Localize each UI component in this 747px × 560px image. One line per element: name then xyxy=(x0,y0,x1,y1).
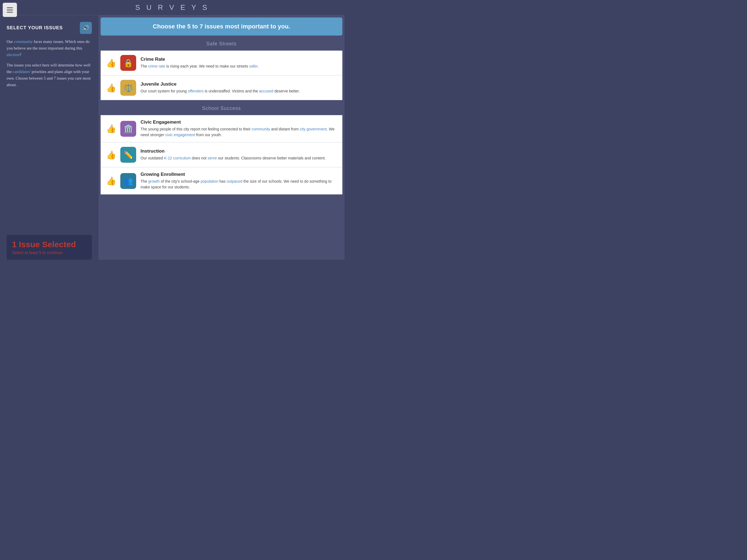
right-panel: Choose the 5 to 7 issues most important … xyxy=(98,15,344,260)
selection-status: 1 Issue Selected Select at least 5 to co… xyxy=(6,235,92,260)
crime-rate-icon: 🔒 xyxy=(124,58,133,68)
sidebar-desc-p1: Our community faces many issues. Which o… xyxy=(6,38,92,58)
issue-image-growing-enrollment: 👥 xyxy=(120,173,136,189)
issue-desc-crime-rate: The crime rate is rising each year. We n… xyxy=(140,63,337,69)
issues-selected-count: 1 Issue Selected xyxy=(12,240,86,249)
thumb-icon-civic-engagement: 👍 xyxy=(106,124,116,133)
thumb-icon-growing-enrollment: 👍 xyxy=(106,176,116,186)
issue-text-civic-engagement: Civic Engagement The young people of thi… xyxy=(140,120,337,138)
community-link[interactable]: community xyxy=(14,40,32,44)
issue-item-instruction[interactable]: 👍 ✏️ Instruction Our outdated K-12 curri… xyxy=(101,143,342,167)
civic-engagement-icon: 🏛️ xyxy=(124,124,133,133)
issue-text-growing-enrollment: Growing Enrollment The growth of the cit… xyxy=(140,172,337,190)
population-link[interactable]: population xyxy=(201,179,218,183)
issue-text-instruction: Instruction Our outdated K-12 curriculum… xyxy=(140,149,337,161)
app-header: S U R V E Y S xyxy=(0,0,344,15)
serve-link[interactable]: serve xyxy=(208,156,217,160)
issues-selected-hint: Select at least 5 to continue xyxy=(12,250,86,255)
issue-title-instruction: Instruction xyxy=(140,149,337,154)
issue-desc-growing-enrollment: The growth of the city's school-age popu… xyxy=(140,179,337,190)
issue-desc-instruction: Our outdated K-12 curriculum does not se… xyxy=(140,155,337,161)
category-school-success: School Success 👍 🏛️ Civic Engagement The… xyxy=(101,102,342,195)
choose-banner: Choose the 5 to 7 issues most important … xyxy=(101,18,342,35)
thumb-icon-juvenile-justice: 👍 xyxy=(106,83,116,93)
category-header-school-success: School Success xyxy=(101,102,342,115)
thumb-icon-instruction: 👍 xyxy=(106,150,116,160)
menu-button[interactable] xyxy=(3,3,17,17)
sidebar: SELECT YOUR ISSUES 🔊 Our community faces… xyxy=(0,15,98,260)
community-link2[interactable]: community xyxy=(252,127,270,131)
sidebar-header: SELECT YOUR ISSUES 🔊 xyxy=(6,22,92,34)
audio-icon: 🔊 xyxy=(83,25,89,31)
issue-image-civic-engagement: 🏛️ xyxy=(120,121,136,137)
category-safe-streets: Safe Streets 👍 🔒 Crime Rate The crime ra… xyxy=(101,37,342,100)
issue-title-growing-enrollment: Growing Enrollment xyxy=(140,172,337,177)
issue-image-crime-rate: 🔒 xyxy=(120,55,136,71)
sidebar-title: SELECT YOUR ISSUES xyxy=(6,25,63,31)
issue-desc-civic-engagement: The young people of this city report not… xyxy=(140,126,337,138)
issue-text-juvenile-justice: Juvenile Justice Our court system for yo… xyxy=(140,81,337,94)
issue-item-growing-enrollment[interactable]: 👍 👥 Growing Enrollment The growth of the… xyxy=(101,167,342,195)
thumb-icon-crime-rate: 👍 xyxy=(106,58,116,68)
app-title: S U R V E Y S xyxy=(135,3,209,12)
issue-item-juvenile-justice[interactable]: 👍 ⚖️ Juvenile Justice Our court system f… xyxy=(101,75,342,100)
issue-desc-juvenile-justice: Our court system for young offenders is … xyxy=(140,88,337,94)
growth-link[interactable]: growth xyxy=(148,179,160,183)
civic-engagement-link[interactable]: civic engagement xyxy=(165,133,195,137)
audio-button[interactable]: 🔊 xyxy=(80,22,92,34)
issues-scroll[interactable]: Safe Streets 👍 🔒 Crime Rate The crime ra… xyxy=(98,35,344,260)
candidates-link[interactable]: candidates' xyxy=(12,70,31,74)
juvenile-justice-icon: ⚖️ xyxy=(124,83,133,93)
instruction-icon: ✏️ xyxy=(124,150,133,159)
issue-text-crime-rate: Crime Rate The crime rate is rising each… xyxy=(140,57,337,69)
issue-item-civic-engagement[interactable]: 👍 🏛️ Civic Engagement The young people o… xyxy=(101,115,342,143)
outpaced-link[interactable]: outpaced xyxy=(227,179,242,183)
issue-title-juvenile-justice: Juvenile Justice xyxy=(140,81,337,87)
k12-curriculum-link[interactable]: K-12 curriculum xyxy=(164,156,191,160)
election-link[interactable]: election xyxy=(6,52,19,57)
offenders-link[interactable]: offenders xyxy=(188,89,204,93)
accused-link[interactable]: accused xyxy=(259,89,273,93)
growing-enrollment-icon: 👥 xyxy=(124,176,133,185)
sidebar-desc-p2: The issues you select here will determin… xyxy=(6,62,92,88)
issue-title-civic-engagement: Civic Engagement xyxy=(140,120,337,125)
city-government-link[interactable]: city government xyxy=(300,127,327,131)
issue-item-crime-rate[interactable]: 👍 🔒 Crime Rate The crime rate is rising … xyxy=(101,51,342,75)
crime-rate-link[interactable]: crime rate xyxy=(148,64,165,68)
issue-image-instruction: ✏️ xyxy=(120,147,136,163)
main-layout: SELECT YOUR ISSUES 🔊 Our community faces… xyxy=(0,15,344,260)
sidebar-description: Our community faces many issues. Which o… xyxy=(6,38,92,92)
safer-link[interactable]: safer xyxy=(249,64,257,68)
issue-image-juvenile-justice: ⚖️ xyxy=(120,80,136,96)
category-header-safe-streets: Safe Streets xyxy=(101,37,342,51)
issue-title-crime-rate: Crime Rate xyxy=(140,57,337,62)
